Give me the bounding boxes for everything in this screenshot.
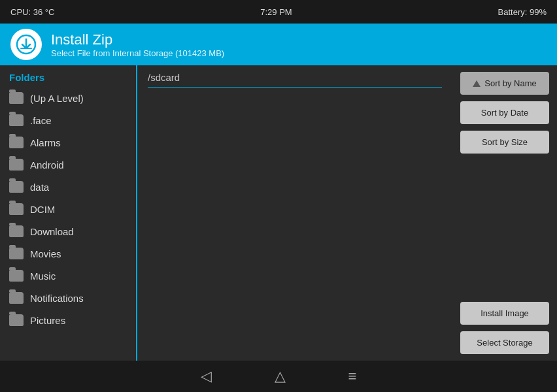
right-panel: Sort by Name Sort by Date Sort by Size I…: [452, 65, 557, 361]
folder-item-label: Android: [30, 159, 64, 171]
menu-button[interactable]: ≡: [343, 363, 362, 390]
select-storage-button[interactable]: Select Storage: [460, 331, 549, 354]
file-area: /sdcard: [137, 65, 452, 361]
folder-item-label: Pictures: [30, 315, 65, 326]
folder-icon: [9, 314, 24, 326]
folder-item-label: data: [30, 182, 49, 193]
folder-item-label: Alarms: [30, 137, 61, 148]
folder-item-label: Download: [30, 226, 74, 237]
header: Install Zip Select File from Internal St…: [0, 24, 557, 65]
sort-by-size-button[interactable]: Sort by Size: [460, 131, 549, 154]
folder-icon: [9, 270, 24, 282]
folder-item[interactable]: data: [0, 176, 136, 198]
folder-icon: [9, 181, 24, 193]
status-bar: CPU: 36 °C 7:29 PM Battery: 99%: [0, 0, 557, 24]
battery-status: Battery: 99%: [498, 7, 547, 17]
folder-item[interactable]: (Up A Level): [0, 87, 136, 109]
folder-item-label: Notifications: [30, 293, 84, 304]
navigation-bar: ◁ △ ≡: [0, 361, 557, 392]
folder-icon: [9, 137, 24, 148]
folder-item-label: Music: [30, 270, 56, 282]
folder-item[interactable]: Notifications: [0, 287, 136, 309]
path-bar: /sdcard: [148, 72, 442, 88]
cpu-status: CPU: 36 °C: [10, 7, 54, 17]
folder-item-label: .face: [30, 115, 52, 126]
folder-icon: [9, 248, 24, 259]
folder-sidebar: Folders (Up A Level).faceAlarmsAndroidda…: [0, 65, 137, 361]
sort-by-date-button[interactable]: Sort by Date: [460, 101, 549, 124]
page-title: Install Zip: [51, 31, 224, 48]
folder-item[interactable]: DCIM: [0, 198, 136, 220]
folder-item[interactable]: Android: [0, 154, 136, 176]
back-button[interactable]: ◁: [195, 363, 217, 390]
folder-item[interactable]: Movies: [0, 242, 136, 265]
folder-item-label: (Up A Level): [30, 93, 84, 104]
sort-triangle-icon: [473, 80, 481, 87]
folder-icon: [9, 203, 24, 215]
folder-icon: [9, 159, 24, 171]
folder-item-label: DCIM: [30, 204, 55, 215]
folder-item-label: Movies: [30, 248, 61, 259]
header-text: Install Zip Select File from Internal St…: [51, 31, 224, 58]
sidebar-heading: Folders: [0, 65, 136, 87]
main-content: Folders (Up A Level).faceAlarmsAndroidda…: [0, 65, 557, 361]
sort-by-name-button[interactable]: Sort by Name: [460, 72, 549, 95]
folder-item[interactable]: Alarms: [0, 131, 136, 154]
folder-item[interactable]: .face: [0, 109, 136, 131]
time-display: 7:29 PM: [260, 7, 292, 17]
install-image-button[interactable]: Install Image: [460, 302, 549, 325]
folder-icon: [9, 114, 24, 126]
folder-item[interactable]: Pictures: [0, 309, 136, 331]
folder-icon: [9, 92, 24, 104]
folder-icon: [9, 225, 24, 237]
folder-list: (Up A Level).faceAlarmsAndroiddataDCIMDo…: [0, 87, 136, 331]
folder-item[interactable]: Music: [0, 265, 136, 287]
spacer: [460, 160, 549, 295]
app-icon: [10, 29, 42, 60]
home-button[interactable]: △: [269, 363, 291, 390]
folder-icon: [9, 292, 24, 304]
folder-item[interactable]: Download: [0, 220, 136, 242]
page-subtitle: Select File from Internal Storage (10142…: [51, 48, 224, 58]
